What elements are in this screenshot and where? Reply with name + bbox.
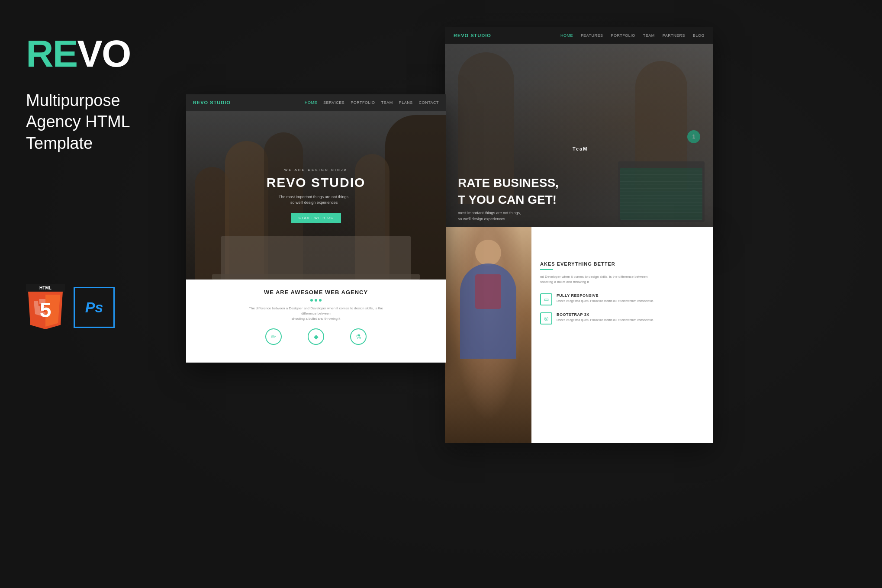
rb-section-title: AKES EVERYTHING BETTER: [540, 261, 705, 267]
rt-big-text-2: T YOU CAN GET!: [458, 193, 559, 207]
rt-brand-re: RE: [454, 33, 461, 38]
rt-nav-blog: BLOG: [693, 33, 705, 38]
dot-3: [319, 299, 322, 302]
rt-big-text-1: RATE BUSINESS,: [458, 177, 559, 190]
rt-brand: REVO STUDIO: [454, 33, 491, 38]
logo: REVO: [26, 35, 186, 73]
photoshop-icon: Ps: [74, 287, 115, 328]
bottom-desc: The difference between a Designer and De…: [247, 306, 385, 321]
responsive-icon: ▭: [540, 293, 552, 305]
bottom-dots: [195, 299, 437, 302]
nav-team: TEAM: [381, 100, 393, 105]
team-label: TeaM: [573, 146, 588, 151]
preview-left-bottom: WE ARE AWESOME WEB AGENCY The difference…: [186, 280, 446, 363]
tech-icons: HTML 5 Ps: [26, 284, 186, 331]
svg-text:HTML: HTML: [39, 286, 52, 290]
rt-nav-partners: PARTNERS: [663, 33, 685, 38]
feature-bootstrap-desc: Donec et egestas quam. Phasellus mattis …: [557, 318, 653, 322]
preview-right-bottom-screenshot: AKES EVERYTHING BETTER nd Developer when…: [445, 227, 713, 443]
preview-left-brand: REVO STUDIO: [193, 100, 231, 105]
rt-nav-links: HOME FEATURES PORTFOLIO TEAM PARTNERS BL…: [560, 33, 705, 38]
bootstrap-icon: ◎: [540, 312, 552, 325]
logo-vo: VO: [77, 32, 130, 75]
icon-pencil: ✏: [265, 328, 282, 345]
nav-portfolio: PORTFOLIO: [351, 100, 375, 105]
hero-desc: The most important things are not things…: [267, 194, 362, 206]
nav-home: HOME: [305, 100, 317, 105]
nav-services: SERVICES: [323, 100, 344, 105]
rt-hero-content: RATE BUSINESS, T YOU CAN GET! most impor…: [458, 177, 559, 222]
hero-subtitle: WE ARE DESIGN NINJA: [267, 168, 366, 172]
tagline: Multipurpose Agency HTML Template: [26, 90, 186, 154]
left-panel: REVO Multipurpose Agency HTML Template H…: [26, 0, 186, 588]
feature-responsive: ▭ FULLY RESPONSIVE Donec et egestas quam…: [540, 293, 705, 305]
tagline-line1: Multipurpose: [26, 90, 186, 111]
rb-underline: [540, 269, 553, 270]
hero-title: REVO STUDIO: [267, 175, 366, 190]
tagline-line3: Template: [26, 133, 186, 154]
preview-left-screenshot: REVO STUDIO HOME SERVICES PORTFOLIO TEAM…: [186, 94, 446, 363]
feature-bootstrap-title: BOOTSTRAP 3X: [557, 312, 653, 317]
logo-re: RE: [26, 32, 77, 75]
rt-nav-team: TEAM: [643, 33, 655, 38]
nav-contact: CONTACT: [419, 100, 439, 105]
feature-responsive-title: FULLY RESPONSIVE: [557, 293, 653, 298]
rt-nav-features: FEATURES: [581, 33, 603, 38]
feature-responsive-desc: Donec et egestas quam. Phasellus mattis …: [557, 299, 653, 303]
dot-1: [310, 299, 313, 302]
preview-left-nav-links: HOME SERVICES PORTFOLIO TEAM PLANS CONTA…: [305, 100, 439, 105]
tagline-line2: Agency HTML: [26, 111, 186, 132]
rb-right-content: AKES EVERYTHING BETTER nd Developer when…: [531, 227, 713, 443]
rt-brand-vo: VO STUDIO: [461, 33, 491, 38]
feature-bootstrap: ◎ BOOTSTRAP 3X Donec et egestas quam. Ph…: [540, 312, 705, 325]
icon-flask: ⚗: [350, 328, 367, 345]
html5-icon: HTML 5: [26, 284, 65, 331]
feature-bootstrap-content: BOOTSTRAP 3X Donec et egestas quam. Phas…: [557, 312, 653, 322]
rt-nav-portfolio: PORTFOLIO: [611, 33, 635, 38]
rt-small-text: most important things are not things,so …: [458, 210, 544, 222]
preview-left-nav: REVO STUDIO HOME SERVICES PORTFOLIO TEAM…: [186, 94, 446, 111]
ps-label: Ps: [85, 299, 103, 316]
brand-vo: VO STUDIO: [200, 100, 231, 105]
bottom-title: WE ARE AWESOME WEB AGENCY: [195, 289, 437, 296]
brand-re: RE: [193, 100, 200, 105]
nav-plans: PLANS: [399, 100, 413, 105]
preview-right-top-screenshot: REVO STUDIO HOME FEATURES PORTFOLIO TEAM…: [445, 27, 713, 235]
preview-left-hero: WE ARE DESIGN NINJA REVO STUDIO The most…: [186, 111, 446, 280]
rb-desc: nd Developer when it comes to design ski…: [540, 274, 705, 285]
bottom-icons-row: ✏ ◆ ⚗: [195, 328, 437, 345]
rt-nav-home: HOME: [560, 33, 573, 38]
rt-nav: REVO STUDIO HOME FEATURES PORTFOLIO TEAM…: [445, 27, 713, 44]
hero-cta-button[interactable]: START WITH US: [291, 213, 341, 223]
rb-person-photo: [445, 227, 531, 443]
dot-2: [315, 299, 317, 302]
feature-responsive-content: FULLY RESPONSIVE Donec et egestas quam. …: [557, 293, 653, 303]
rt-hero: RATE BUSINESS, T YOU CAN GET! most impor…: [445, 44, 713, 235]
icon-diamond: ◆: [308, 328, 324, 345]
